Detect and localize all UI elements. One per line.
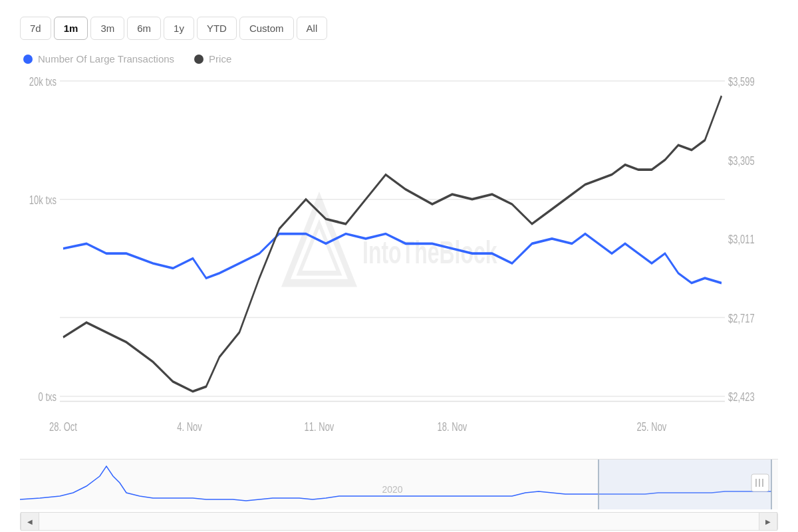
svg-text:4. Nov: 4. Nov bbox=[177, 419, 202, 433]
legend-price-label: Price bbox=[209, 53, 231, 65]
svg-text:18. Nov: 18. Nov bbox=[438, 419, 467, 433]
scroll-track[interactable] bbox=[39, 513, 759, 530]
legend-dot-blue bbox=[23, 55, 33, 64]
time-range-selector: 7d1m3m6m1yYTDCustomAll bbox=[20, 17, 778, 40]
svg-text:28. Oct: 28. Oct bbox=[49, 419, 77, 433]
chart-legend: Number Of Large Transactions Price bbox=[20, 53, 778, 65]
main-chart-area: 20k txs 10k txs 0 txs $3,599 $3,305 $3,0… bbox=[20, 71, 778, 456]
time-btn-6m[interactable]: 6m bbox=[127, 17, 161, 40]
legend-price: Price bbox=[194, 53, 231, 65]
svg-text:25. Nov: 25. Nov bbox=[637, 419, 667, 433]
svg-text:11. Nov: 11. Nov bbox=[305, 419, 334, 433]
time-btn-1y[interactable]: 1y bbox=[164, 17, 194, 40]
svg-text:2020: 2020 bbox=[382, 484, 402, 495]
time-btn-all[interactable]: All bbox=[297, 17, 328, 40]
svg-rect-25 bbox=[751, 474, 769, 491]
time-btn-custom[interactable]: Custom bbox=[239, 17, 294, 40]
legend-transactions-label: Number Of Large Transactions bbox=[38, 53, 174, 65]
time-btn-7d[interactable]: 7d bbox=[20, 17, 51, 40]
svg-text:$2,717: $2,717 bbox=[728, 311, 755, 325]
chart-svg-wrapper: 20k txs 10k txs 0 txs $3,599 $3,305 $3,0… bbox=[20, 71, 778, 456]
svg-text:10k txs: 10k txs bbox=[29, 192, 57, 206]
svg-text:$3,599: $3,599 bbox=[728, 74, 755, 88]
time-btn-1m[interactable]: 1m bbox=[54, 17, 88, 40]
legend-dot-dark bbox=[194, 55, 203, 64]
navigator-selection[interactable] bbox=[598, 460, 771, 509]
svg-text:$2,423: $2,423 bbox=[728, 390, 755, 404]
navigator-area: 2020 ◀ ▶ bbox=[20, 459, 778, 525]
time-btn-3m[interactable]: 3m bbox=[90, 17, 124, 40]
main-container: 7d1m3m6m1yYTDCustomAll Number Of Large T… bbox=[0, 0, 798, 532]
time-btn-ytd[interactable]: YTD bbox=[197, 17, 237, 40]
scrollbar[interactable]: ◀ ▶ bbox=[20, 512, 778, 531]
navigator-svg: 2020 bbox=[20, 460, 778, 509]
legend-transactions: Number Of Large Transactions bbox=[23, 53, 174, 65]
scroll-right-arrow[interactable]: ▶ bbox=[759, 512, 777, 531]
svg-text:$3,305: $3,305 bbox=[728, 153, 755, 167]
main-chart-svg: 20k txs 10k txs 0 txs $3,599 $3,305 $3,0… bbox=[20, 71, 778, 456]
svg-text:0 txs: 0 txs bbox=[39, 390, 57, 404]
scroll-left-arrow[interactable]: ◀ bbox=[21, 512, 39, 531]
svg-text:$3,011: $3,011 bbox=[728, 232, 755, 246]
svg-text:20k txs: 20k txs bbox=[29, 74, 57, 88]
